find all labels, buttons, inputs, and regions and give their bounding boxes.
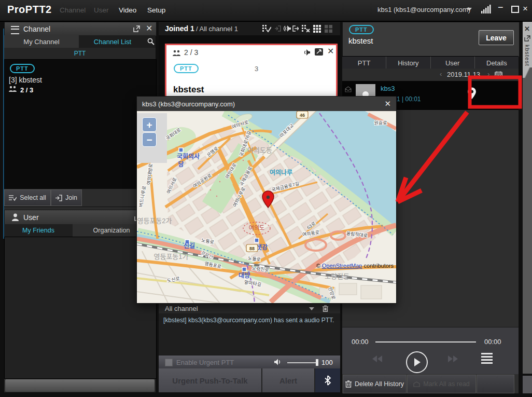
volume-value: 100 [321,359,333,366]
dock-rail[interactable] [523,78,532,374]
card-speaker-icon[interactable] [302,49,311,56]
card-members-icon [173,50,180,57]
popup-title-bar[interactable]: kbs3 (kbs3@ourcompany.com) ✕ [137,97,396,111]
map-zoom-in-button[interactable]: + [142,117,157,132]
user-panel-title: User [23,213,39,222]
volume-handle[interactable] [316,359,318,366]
location-popup[interactable]: kbs3 (kbs3@ourcompany.com) ✕ [136,96,397,304]
volume-icon [274,359,281,365]
join-button[interactable]: Join [51,189,82,206]
mark-all-read-label: Mark All as read [423,380,470,388]
card-channel-name: kbstest [173,85,204,95]
channel-filter-ptt[interactable]: PTT [4,48,156,59]
seek-bar[interactable] [375,341,476,343]
card-expand-icon[interactable] [315,48,323,56]
map-canvas[interactable]: 여의도동영등포동2가영등포동1가노량진동국회의사당신길샛강대방여의나루여의도국회… [137,111,396,303]
svg-text:대방: 대방 [239,271,250,279]
tab-ptt[interactable]: PTT [342,57,386,69]
svg-text:신길: 신길 [184,242,195,250]
prev-date-button[interactable]: ‹ [440,70,442,78]
menu-user[interactable]: User [94,6,109,14]
delete-all-history-label: Delete All History [355,380,404,388]
tab-channel-list[interactable]: Channel List [79,35,146,48]
map-zoom-out-button[interactable]: − [142,132,157,147]
joined-header: Joined 1 / All channel 1 [159,22,340,35]
audio-player: 00:00 00:00 [342,327,519,374]
user-icon [12,213,19,221]
tab-my-friends[interactable]: My Friends [4,224,73,237]
join-label: Join [65,194,77,201]
minimize-button[interactable]: − [498,2,503,13]
select-all-button[interactable]: Select all [4,189,51,206]
account-dropdown-icon[interactable] [467,8,472,11]
channel-actions-row: Select all Join [4,189,156,207]
tab-user[interactable]: User [431,57,475,69]
mark-all-read-button[interactable]: Mark All as read [407,375,476,393]
message-log: [kbstest] kbs3(kbs3@ourcompany.com) has … [159,313,340,355]
account-label[interactable]: kbs1 (kbs1@ourcompany.com) [377,6,470,13]
channel-search-button[interactable] [146,35,156,48]
rewind-icon[interactable] [372,355,383,362]
attribution-link[interactable]: OpenStreetMap [322,263,362,269]
history-meta: 1 | 00:01 [397,95,421,103]
calendar-icon[interactable] [495,71,502,78]
bluetooth-button[interactable] [315,368,340,392]
dock-tab[interactable]: ✕ kbstest [523,22,532,67]
speaker-icon[interactable] [283,25,291,32]
close-panel-icon[interactable]: ✕ [146,24,152,33]
svg-text:여의도동: 여의도동 [247,146,272,154]
menu-setup[interactable]: Setup [147,6,165,14]
message-filter-row: All channel [159,303,340,314]
svg-text:국회의사: 국회의사 [177,153,200,160]
log-entry: [kbstest] kbs3(kbs3@ourcompany.com) has … [163,317,337,324]
user-list [4,237,157,379]
menu-channel[interactable]: Channel [60,6,86,14]
map-attribution: © OpenStreetMap contributors [316,263,394,269]
tab-history[interactable]: History [386,57,430,69]
urgent-ptt-checkbox[interactable] [165,359,173,366]
dock-close-icon[interactable]: ✕ [524,25,530,33]
current-date: 2019.11.13 [447,71,480,78]
dock-rail-end [523,376,532,393]
urgent-ptt-button[interactable]: Urgent Push-To-Talk [159,368,262,392]
grid-view-icon[interactable] [313,25,321,33]
deselect-icon[interactable] [302,25,311,32]
popout-icon[interactable] [133,25,140,32]
unread-envelope-icon [345,86,352,92]
fast-forward-icon[interactable] [448,355,458,362]
next-date-button[interactable]: › [487,70,489,78]
card-count: 3 [255,65,258,73]
grid-view-2-icon[interactable] [325,25,332,33]
tab-details[interactable]: Details [475,57,519,69]
clear-messages-icon[interactable] [321,305,329,312]
volume-track[interactable] [287,362,317,363]
history-sender: kbs3 [381,85,395,92]
left-bottom-scrollbar[interactable] [5,379,155,392]
tab-my-channel[interactable]: My Channel [4,35,79,48]
message-filter-select[interactable]: All channel [165,305,198,312]
channel-menu-icon[interactable] [11,26,19,34]
multiselect-check-icon[interactable] [262,25,271,32]
maximize-button[interactable] [511,6,519,13]
leave-all-icon[interactable] [292,25,299,32]
detail-tabs: PTT History User Details [342,56,519,70]
svg-text:46: 46 [300,113,305,118]
urgent-ptt-label: Enable Urgent PTT [176,359,234,366]
menu-video[interactable]: Video [119,6,136,14]
dock-tab-edge [523,67,532,78]
playlist-menu-icon[interactable] [481,353,493,365]
card-close-icon[interactable]: ✕ [327,46,334,56]
map-container[interactable]: 여의도동영등포동2가영등포동1가노량진동국회의사당신길샛강대방여의나루여의도국회… [137,111,396,303]
filter-caret-icon[interactable] [309,307,314,310]
play-button[interactable] [406,351,428,373]
close-window-button[interactable]: × [523,4,528,14]
delete-all-history-button[interactable]: Delete All History [343,375,407,393]
dock-popout-icon[interactable] [524,35,530,42]
popup-close-icon[interactable]: ✕ [384,99,391,108]
alert-button[interactable]: Alert [262,368,315,392]
extra-button[interactable] [477,375,514,393]
leave-button[interactable]: Leave [479,30,514,45]
join-all-icon[interactable] [275,25,281,32]
location-pin-button[interactable] [467,87,477,100]
popup-title: kbs3 (kbs3@ourcompany.com) [142,100,235,108]
